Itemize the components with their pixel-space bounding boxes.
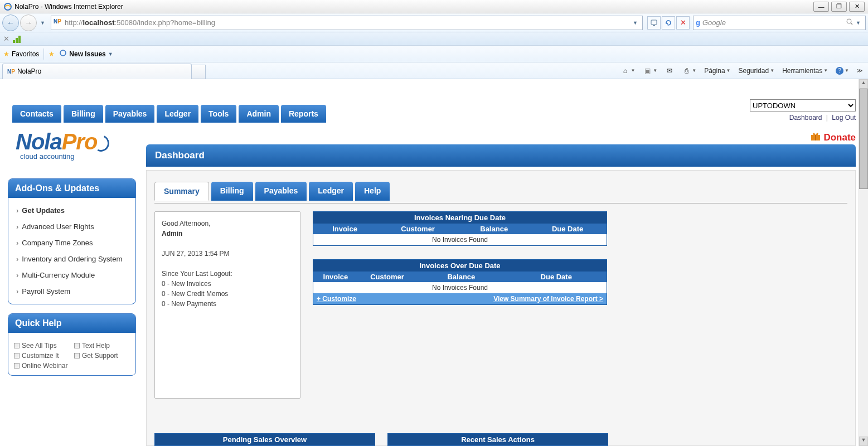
sidebar-item-advanced-rights[interactable]: Advanced User Rights <box>11 219 133 235</box>
feeds-button[interactable]: ▣▼ <box>641 65 660 76</box>
col-invoice: Invoice <box>313 224 377 234</box>
close-window-button[interactable]: ✕ <box>849 2 865 12</box>
more-commands[interactable]: ≫ <box>855 66 865 75</box>
col-balance: Balance <box>459 224 528 234</box>
scroll-up-icon[interactable]: ▲ <box>859 79 868 89</box>
tab-billing[interactable]: Billing <box>211 182 253 201</box>
gift-icon <box>810 131 821 144</box>
svg-point-3 <box>847 19 851 23</box>
browser-search-box[interactable]: g Google ▼ <box>693 16 866 30</box>
col-invoice: Invoice <box>313 272 358 282</box>
favorites-star-icon[interactable]: ★ <box>3 50 9 58</box>
minimize-button[interactable]: — <box>813 2 829 12</box>
sidebar-item-get-updates[interactable]: Get Updates <box>11 202 133 219</box>
tab-favicon: NP <box>7 69 15 75</box>
help-text-help[interactable]: Text Help <box>74 342 130 350</box>
home-icon: ⌂ <box>620 66 629 75</box>
view-summary-link[interactable]: View Summary of Invoice Report > <box>493 295 603 303</box>
close-bar-icon[interactable]: ✕ <box>3 35 9 43</box>
add-favorite-icon[interactable]: ★ <box>49 50 55 58</box>
addon-strip: ✕ <box>0 32 868 46</box>
user-name: Admin <box>162 230 182 237</box>
help-online-webinar[interactable]: Online Webinar <box>14 362 70 370</box>
customize-link[interactable]: + Customize <box>317 295 356 303</box>
tab-summary[interactable]: Summary <box>154 182 209 201</box>
maximize-button[interactable]: ❐ <box>831 2 847 12</box>
donate-link[interactable]: Donate <box>810 131 856 144</box>
url-text: http://localhost:50080/index.php?home=bi… <box>65 18 631 27</box>
sidebar-item-time-zones[interactable]: Company Time Zones <box>11 235 133 251</box>
nearing-due-table: Invoices Nearing Due Date Invoice Custom… <box>313 211 607 246</box>
svg-rect-1 <box>651 20 657 25</box>
back-button[interactable]: ← <box>2 14 19 31</box>
pending-sales-table: Pending Sales Overview Customer Lead Cat… <box>154 433 375 446</box>
new-invoices-count: 0 - New Invoices <box>162 279 293 289</box>
table-title: Invoices Nearing Due Date <box>313 212 607 224</box>
nav-admin[interactable]: Admin <box>239 105 279 123</box>
nav-billing[interactable]: Billing <box>64 105 103 123</box>
help-see-all-tips[interactable]: See All Tips <box>14 342 70 350</box>
new-credit-memos-count: 0 - New Credit Memos <box>162 289 293 299</box>
nav-ledger[interactable]: Ledger <box>157 105 198 123</box>
compat-view-button[interactable] <box>647 16 661 30</box>
company-select[interactable]: UPTODOWN <box>750 99 856 112</box>
main-nav: Contacts Billing Payables Ledger Tools A… <box>12 105 326 123</box>
separator: | <box>826 114 828 122</box>
mail-button[interactable]: ✉ <box>663 65 676 76</box>
col-customer: Customer <box>376 224 459 234</box>
since-logout-label: Since Your Last Logout: <box>162 269 293 279</box>
table-title: Recent Sales Actions <box>388 434 608 446</box>
print-button[interactable]: ⎙▼ <box>680 65 699 76</box>
home-button[interactable]: ⌂▼ <box>618 65 637 76</box>
nav-tools[interactable]: Tools <box>201 105 236 123</box>
greeting-text: Good Afternoon, <box>162 219 293 229</box>
quick-help-header: Quick Help <box>8 314 135 333</box>
history-dropdown-icon[interactable]: ▼ <box>40 20 45 26</box>
new-tab-button[interactable] <box>191 65 206 79</box>
logout-link[interactable]: Log Out <box>832 114 856 122</box>
stop-button[interactable]: ✕ <box>676 16 690 30</box>
nav-payables[interactable]: Payables <box>105 105 155 123</box>
vertical-scrollbar[interactable]: ▲ ▼ <box>859 79 868 446</box>
nav-contacts[interactable]: Contacts <box>12 105 61 123</box>
tab-ledger[interactable]: Ledger <box>309 182 353 201</box>
tools-menu[interactable]: Herramientas▼ <box>780 66 830 76</box>
help-button[interactable]: ?▼ <box>833 66 851 76</box>
empty-message: No Invoices Found <box>313 234 607 246</box>
scroll-down-icon[interactable]: ▼ <box>859 437 868 446</box>
address-bar[interactable]: NP http://localhost:50080/index.php?home… <box>51 16 643 30</box>
scroll-thumb[interactable] <box>859 89 868 189</box>
browser-tab[interactable]: NP NolaPro <box>2 64 192 79</box>
new-issues-dropdown-icon[interactable]: ▼ <box>108 51 113 57</box>
refresh-button[interactable] <box>662 16 675 30</box>
mail-icon: ✉ <box>665 66 674 75</box>
page-title: Dashboard <box>146 144 856 167</box>
welcome-box: Good Afternoon, Admin JUN 27, 2013 1:54 … <box>154 211 300 399</box>
security-menu[interactable]: Seguridad▼ <box>736 66 777 76</box>
tab-help[interactable]: Help <box>355 182 390 201</box>
square-icon <box>14 363 20 369</box>
overdue-table: Invoices Over Due Date Invoice Customer … <box>313 259 607 305</box>
dashboard-link[interactable]: Dashboard <box>789 114 822 122</box>
app-logo[interactable]: NolaPro cloud accounting <box>16 129 109 161</box>
page-menu[interactable]: Página▼ <box>702 66 733 76</box>
ie-small-icon <box>59 49 67 59</box>
browser-nav-bar: ← → ▼ NP http://localhost:50080/index.ph… <box>0 13 868 32</box>
col-customer: Customer <box>358 272 416 282</box>
favorites-label[interactable]: Favoritos <box>12 50 39 58</box>
search-magnifier-icon[interactable] <box>846 18 854 27</box>
url-dropdown-icon[interactable]: ▼ <box>633 20 638 26</box>
new-issues-link[interactable]: New Issues <box>69 50 105 58</box>
sidebar-item-inventory[interactable]: Inventory and Ordering System <box>11 251 133 267</box>
site-favicon: NP <box>54 18 62 27</box>
addons-panel: Add-Ons & Updates Get Updates Advanced U… <box>8 178 136 304</box>
search-dropdown-icon[interactable]: ▼ <box>856 20 861 26</box>
help-get-support[interactable]: Get Support <box>74 352 130 360</box>
help-customize-it[interactable]: Customize It <box>14 352 70 360</box>
forward-button[interactable]: → <box>20 14 37 31</box>
nav-reports[interactable]: Reports <box>281 105 326 123</box>
tab-payables[interactable]: Payables <box>255 182 307 201</box>
sidebar-item-payroll[interactable]: Payroll System <box>11 283 133 299</box>
signal-icon[interactable] <box>13 35 21 43</box>
sidebar-item-multi-currency[interactable]: Multi-Currency Module <box>11 267 133 283</box>
